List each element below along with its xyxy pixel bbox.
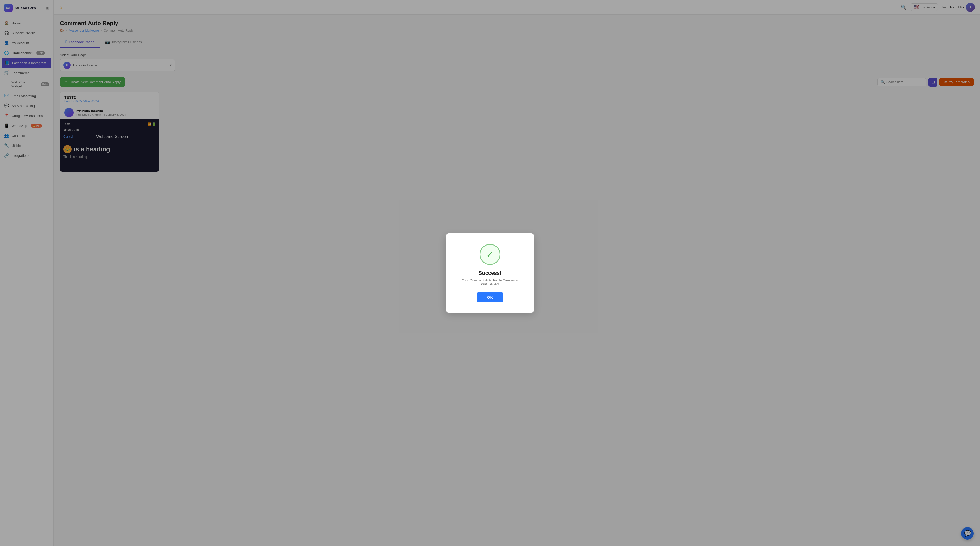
success-modal: ✓ Success! Your Comment Auto Reply Campa… (445, 233, 535, 313)
modal-title: Success! (458, 270, 522, 276)
modal-message: Your Comment Auto Reply Campaign Was Sav… (458, 278, 522, 286)
ok-button[interactable]: OK (477, 292, 504, 302)
success-icon: ✓ (480, 244, 500, 265)
modal-overlay: ✓ Success! Your Comment Auto Reply Campa… (0, 0, 980, 546)
